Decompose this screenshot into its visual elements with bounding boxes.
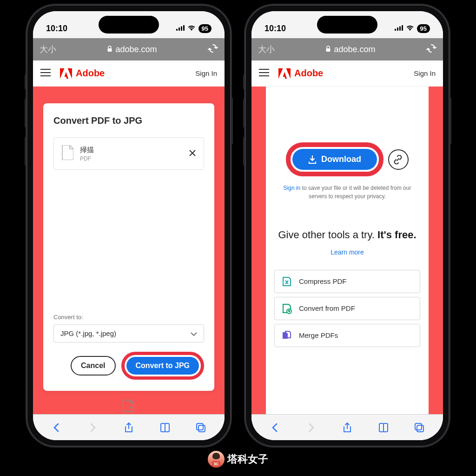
svg-rect-8 xyxy=(197,423,203,430)
tabs-button[interactable] xyxy=(191,422,211,433)
phone-hardware-button-right xyxy=(231,98,233,144)
svg-rect-2 xyxy=(181,27,182,31)
battery-percent: 95 xyxy=(202,25,208,32)
learn-more-link[interactable]: Learn more xyxy=(331,248,364,256)
adobe-logo-icon xyxy=(60,68,72,79)
file-type: PDF xyxy=(80,155,182,162)
safari-toolbar xyxy=(33,414,225,440)
dynamic-island xyxy=(99,16,159,34)
sign-in-link[interactable]: Sign In xyxy=(414,69,436,77)
text-size-button[interactable]: 大小 xyxy=(258,44,275,55)
annotation-highlight: Download xyxy=(286,142,383,176)
annotation-highlight: Convert to JPG xyxy=(121,352,204,380)
sign-in-link[interactable]: Sign In xyxy=(195,69,217,77)
back-button[interactable] xyxy=(46,422,67,433)
wifi-icon xyxy=(406,24,414,33)
download-button[interactable]: Download xyxy=(292,149,377,170)
refresh-button[interactable] xyxy=(426,43,436,55)
watermark-text: 塔科女子 xyxy=(227,452,268,466)
convert-card: Convert PDF to JPG 掃描 PDF xyxy=(43,103,214,391)
status-time: 10:10 xyxy=(46,24,79,34)
file-icon xyxy=(61,145,73,162)
safari-address-bar[interactable]: 大小 adobe.com xyxy=(251,38,443,60)
phone-hardware-buttons-left xyxy=(243,74,245,175)
cellular-signal-icon xyxy=(176,24,185,33)
compress-pdf-icon xyxy=(281,276,292,287)
back-button[interactable] xyxy=(265,422,285,433)
tool-merge-pdfs[interactable]: Merge PDFs xyxy=(274,324,420,347)
battery-percent: 95 xyxy=(420,25,427,32)
share-button[interactable] xyxy=(119,422,139,433)
merge-pdfs-icon xyxy=(281,330,292,341)
tool-label: Merge PDFs xyxy=(299,331,338,339)
adobe-logo[interactable]: Adobe xyxy=(278,68,414,79)
download-label: Download xyxy=(321,154,361,164)
format-selected-value: JPG (*.jpg, *.jpeg) xyxy=(60,329,116,337)
svg-rect-11 xyxy=(397,27,398,31)
refresh-button[interactable] xyxy=(208,43,218,55)
phone-left: 10:10 95 大小 xyxy=(26,5,231,447)
tool-label: Compress PDF xyxy=(299,277,347,285)
lock-icon xyxy=(325,45,331,54)
battery-indicator: 95 xyxy=(198,24,212,33)
file-name: 掃描 xyxy=(80,146,182,154)
tabs-button[interactable] xyxy=(409,422,430,433)
svg-rect-10 xyxy=(395,29,396,31)
cancel-button[interactable]: Cancel xyxy=(71,356,115,375)
lock-icon xyxy=(107,45,112,54)
download-icon xyxy=(308,155,317,164)
adobe-logo-icon xyxy=(278,68,291,79)
phone-right: 10:10 95 大小 xyxy=(245,5,450,447)
bookmarks-button[interactable] xyxy=(373,422,394,433)
tool-list: Compress PDF Convert from PDF Merge PDFs xyxy=(274,270,420,347)
adobe-logo[interactable]: Adobe xyxy=(60,68,195,79)
svg-rect-12 xyxy=(399,27,401,31)
hamburger-menu-icon[interactable] xyxy=(40,68,51,79)
adobe-header: Adobe Sign In xyxy=(33,60,225,87)
copy-link-button[interactable] xyxy=(388,149,409,170)
convert-to-label: Convert to: xyxy=(53,314,204,321)
adobe-logo-text: Adobe xyxy=(294,68,323,79)
svg-rect-1 xyxy=(178,27,180,31)
phone-hardware-buttons-left xyxy=(25,74,26,175)
watermark: 3C 塔科女子 xyxy=(208,451,268,468)
phone-hardware-button-right xyxy=(450,98,451,144)
promo-heading: Give other tools a try. It's free. xyxy=(278,228,416,242)
svg-rect-13 xyxy=(402,25,403,31)
safari-toolbar xyxy=(251,414,443,440)
text-size-button[interactable]: 大小 xyxy=(40,44,56,55)
svg-rect-14 xyxy=(326,48,331,52)
tool-compress-pdf[interactable]: Compress PDF xyxy=(274,270,420,293)
sign-in-inline-link[interactable]: Sign in xyxy=(284,185,301,191)
svg-rect-0 xyxy=(176,29,178,31)
share-button[interactable] xyxy=(337,422,357,433)
svg-rect-4 xyxy=(108,48,112,52)
safari-address-bar[interactable]: 大小 adobe.com xyxy=(33,38,225,60)
hamburger-menu-icon[interactable] xyxy=(259,68,269,79)
format-select[interactable]: JPG (*.jpg, *.jpeg) xyxy=(53,324,204,342)
url-domain: adobe.com xyxy=(334,45,375,54)
wifi-icon xyxy=(187,24,196,33)
tool-convert-from-pdf[interactable]: Convert from PDF xyxy=(274,297,420,320)
file-entry: 掃描 PDF xyxy=(53,137,204,170)
svg-rect-20 xyxy=(417,425,423,432)
dynamic-island xyxy=(317,16,377,34)
battery-indicator: 95 xyxy=(417,24,430,33)
svg-rect-3 xyxy=(183,25,185,31)
watermark-avatar-icon: 3C xyxy=(208,451,225,468)
undo-area xyxy=(43,399,214,414)
link-icon xyxy=(394,155,403,164)
adobe-header: Adobe Sign In xyxy=(251,60,443,87)
convert-from-pdf-icon xyxy=(281,303,292,314)
tool-label: Convert from PDF xyxy=(299,304,355,312)
url-domain: adobe.com xyxy=(115,45,157,54)
convert-button[interactable]: Convert to JPG xyxy=(126,357,199,375)
status-time: 10:10 xyxy=(264,24,297,34)
svg-rect-9 xyxy=(198,425,205,432)
card-title: Convert PDF to JPG xyxy=(53,115,204,126)
remove-file-button[interactable] xyxy=(189,148,196,159)
forward-button[interactable] xyxy=(82,422,103,433)
adobe-logo-text: Adobe xyxy=(76,68,105,79)
forward-button[interactable] xyxy=(301,422,321,433)
bookmarks-button[interactable] xyxy=(155,422,175,433)
